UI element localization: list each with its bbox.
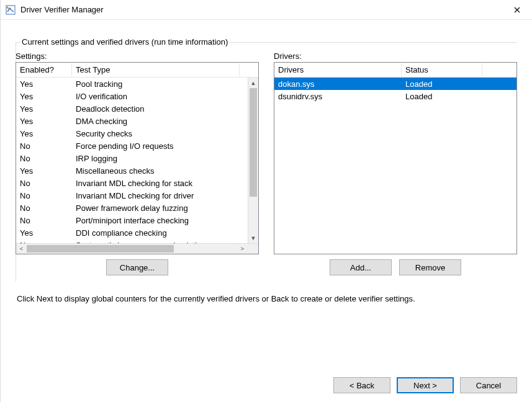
cancel-button[interactable]: Cancel [460,377,517,393]
settings-row[interactable]: YesMiscellaneous checks [16,164,248,177]
settings-cell-enabled: No [16,154,72,163]
settings-row[interactable]: NoInvariant MDL checking for driver [16,189,248,202]
back-button[interactable]: < Back [333,377,390,393]
window-frame: Driver Verifier Manager Current settings… [0,0,532,402]
settings-cell-test: Force pending I/O requests [72,141,240,151]
close-button[interactable] [503,1,531,19]
settings-cell-test: Port/miniport interface checking [72,216,240,225]
settings-cell-enabled: Yes [16,92,72,101]
settings-row[interactable]: YesDeadlock detection [16,102,248,115]
drivers-panel: Drivers: Drivers Status dokan.sysLoadedd… [274,50,517,275]
settings-cell-enabled: Yes [16,129,72,138]
settings-cell-test: Invariant MDL checking for driver [72,191,240,200]
drivers-row[interactable]: dokan.sysLoaded [274,78,516,90]
settings-cell-enabled: No [16,191,72,200]
settings-col-enabled[interactable]: Enabled? [16,63,72,76]
drivers-row[interactable]: dsunidrv.sysLoaded [274,90,516,102]
settings-cell-enabled: Yes [16,117,72,126]
settings-row[interactable]: NoIRP logging [16,152,248,164]
settings-header[interactable]: Enabled? Test Type [16,63,258,78]
settings-row[interactable]: NoPort/miniport interface checking [16,214,248,226]
settings-cell-enabled: No [16,141,72,151]
settings-cell-enabled: No [16,203,72,213]
settings-row[interactable]: YesDMA checking [16,115,248,127]
settings-cell-test: Invariant MDL checking for stack [72,179,240,188]
settings-row[interactable]: NoInvariant MDL checking for stack [16,177,248,189]
drivers-header[interactable]: Drivers Status [274,63,516,78]
settings-vscrollbar[interactable]: ▲ ▼ [248,78,258,243]
settings-cell-enabled: Yes [16,228,72,238]
settings-row[interactable]: YesI/O verification [16,90,248,102]
settings-listview[interactable]: Enabled? Test Type YesPool trackingYesI/… [16,62,259,254]
settings-hscrollbar[interactable]: < > [16,243,258,254]
settings-row[interactable]: YesDDI compliance checking [16,226,248,239]
drivers-cell-driver: dokan.sys [274,79,402,89]
scroll-thumb-h[interactable] [27,245,174,252]
add-button[interactable]: Add... [330,259,392,275]
titlebar: Driver Verifier Manager [1,0,532,20]
settings-cell-test: I/O verification [72,92,240,101]
settings-cell-enabled: Yes [16,166,72,176]
drivers-label: Drivers: [274,51,517,61]
settings-row[interactable]: YesSecurity checks [16,127,248,140]
drivers-cell-driver: dsunidrv.sys [274,92,402,101]
settings-panel: Settings: Enabled? Test Type YesPool tra… [16,50,259,275]
settings-label: Settings: [16,51,259,61]
remove-button[interactable]: Remove [399,259,461,275]
drivers-cell-status: Loaded [402,92,482,101]
settings-cell-test: Deadlock detection [72,104,240,114]
change-button[interactable]: Change... [106,259,168,275]
settings-cell-test: DDI compliance checking [72,228,240,238]
settings-cell-enabled: No [16,179,72,188]
drivers-cell-status: Loaded [402,79,482,89]
groupbox-label: Current settings and verified drivers (r… [20,37,229,47]
settings-row[interactable]: NoSystematic low resources simulation [16,239,248,243]
settings-cell-test: Pool tracking [72,79,240,89]
settings-cell-test: Security checks [72,129,240,138]
window-title: Driver Verifier Manager [20,5,503,14]
settings-cell-test: DMA checking [72,117,240,126]
drivers-col-status[interactable]: Status [402,63,482,76]
scroll-right-icon[interactable]: > [237,246,248,252]
content-area: Current settings and verified drivers (r… [1,20,532,402]
settings-row[interactable]: NoForce pending I/O requests [16,140,248,152]
settings-row[interactable]: YesPool tracking [16,78,248,90]
hint-text: Click Next to display global counters fo… [17,294,516,303]
settings-cell-enabled: Yes [16,104,72,114]
scroll-thumb[interactable] [250,88,257,197]
settings-col-test[interactable]: Test Type [72,63,240,76]
settings-cell-test: Miscellaneous checks [72,166,240,176]
app-icon [6,5,16,15]
settings-cell-test: Power framework delay fuzzing [72,203,240,213]
settings-cell-test: IRP logging [72,154,240,163]
drivers-col-driver[interactable]: Drivers [274,63,402,76]
scroll-up-icon[interactable]: ▲ [248,78,258,88]
settings-cell-enabled: Yes [16,79,72,89]
settings-row[interactable]: NoPower framework delay fuzzing [16,202,248,214]
scroll-down-icon[interactable]: ▼ [248,233,258,243]
drivers-listview[interactable]: Drivers Status dokan.sysLoadeddsunidrv.s… [274,62,517,254]
wizard-footer: < Back Next > Cancel [16,371,517,393]
settings-cell-enabled: No [16,216,72,225]
next-button[interactable]: Next > [397,377,454,393]
scroll-left-icon[interactable]: < [16,246,27,252]
